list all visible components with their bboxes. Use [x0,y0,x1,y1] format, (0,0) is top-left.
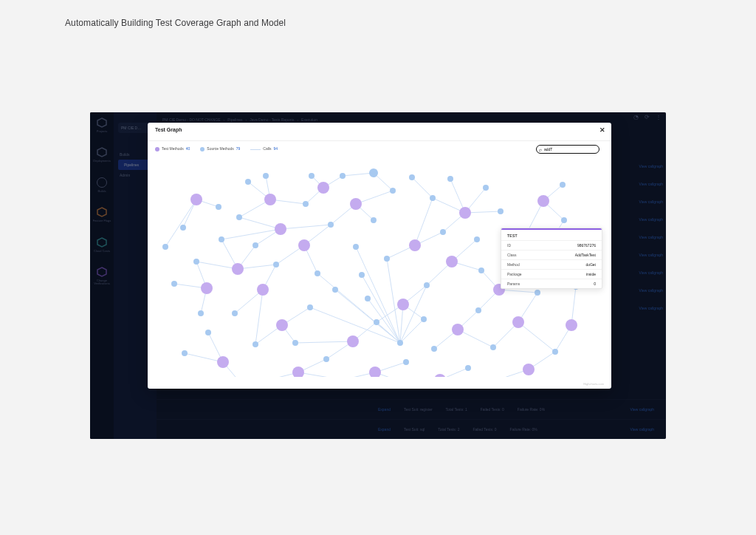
svg-point-150 [347,335,359,347]
svg-point-105 [216,204,221,210]
svg-point-140 [430,195,436,201]
svg-point-142 [447,176,453,182]
legend-source-methods: Source Methods79 [200,146,240,151]
svg-point-147 [424,282,430,288]
svg-point-188 [478,268,484,273]
svg-point-148 [397,299,409,310]
svg-point-138 [440,229,446,235]
svg-line-24 [281,225,331,229]
svg-point-184 [421,316,427,322]
svg-line-42 [255,290,263,344]
test-graph-modal: Test Graph ✕ Test Methods40 Source Metho… [148,123,611,389]
search-input[interactable] [543,146,590,152]
svg-point-180 [353,244,359,250]
svg-point-115 [252,242,258,248]
svg-point-106 [245,179,251,185]
svg-line-68 [295,341,353,343]
chart-watermark: Highcharts.com [583,382,604,386]
svg-point-132 [276,319,288,331]
svg-line-34 [196,262,238,269]
svg-point-156 [369,367,381,377]
legend-test-methods: Test Methods40 [155,146,190,151]
svg-line-5 [362,275,400,343]
svg-point-109 [236,214,242,220]
svg-point-120 [369,168,378,177]
svg-point-125 [273,262,279,268]
svg-point-141 [409,174,415,180]
svg-point-166 [561,217,567,223]
svg-point-185 [198,310,204,316]
graph-legend: Test Methods40 Source Methods79 Calls94 [155,146,278,151]
svg-point-143 [483,185,489,191]
svg-point-119 [340,173,346,179]
search-icon: ⌕ [539,147,542,152]
svg-point-111 [193,259,199,265]
svg-point-104 [180,225,186,231]
svg-point-168 [535,290,540,296]
svg-point-152 [292,367,304,377]
app-screenshot: Projects Deployments Builds Feature Flag… [90,112,666,439]
svg-point-160 [475,307,481,313]
svg-point-116 [275,223,286,235]
svg-point-128 [205,330,211,335]
svg-line-15 [400,319,424,343]
svg-point-112 [171,281,177,287]
svg-line-99 [343,173,374,176]
svg-point-113 [201,282,213,294]
modal-header: Test Graph ✕ [148,123,611,141]
svg-line-7 [400,285,427,343]
svg-point-103 [190,194,202,205]
svg-point-127 [232,310,238,316]
svg-point-134 [332,287,338,293]
svg-point-157 [403,359,409,365]
tooltip-heading: TEST [501,230,602,240]
svg-point-159 [452,324,464,335]
svg-point-121 [390,188,396,194]
svg-point-102 [397,340,403,346]
svg-point-175 [523,364,535,375]
svg-line-12 [356,247,400,343]
svg-point-123 [328,222,334,228]
svg-point-181 [315,270,320,276]
svg-point-176 [552,349,558,355]
svg-line-25 [239,217,281,229]
svg-point-172 [434,374,446,377]
svg-point-126 [257,284,269,296]
svg-point-186 [162,244,168,250]
svg-point-108 [264,194,276,205]
svg-point-118 [317,182,329,194]
svg-point-136 [384,256,390,262]
svg-point-130 [217,356,229,368]
svg-point-131 [252,341,258,347]
svg-point-145 [474,236,480,242]
svg-point-139 [459,207,471,219]
svg-point-137 [409,239,421,251]
svg-point-129 [182,350,188,356]
svg-point-149 [374,319,379,325]
svg-point-187 [309,173,315,179]
legend-calls: Calls94 [250,146,278,151]
svg-point-183 [292,340,298,346]
graph-search[interactable]: ⌕ [536,145,599,154]
svg-line-18 [165,200,196,247]
svg-point-170 [490,344,496,350]
svg-point-144 [498,208,504,214]
svg-line-47 [185,353,223,362]
node-tooltip: TEST ID986767276 ClassAddTaskTest Method… [501,228,602,289]
svg-point-165 [560,182,566,188]
svg-line-77 [458,330,493,347]
svg-point-110 [219,236,224,242]
svg-point-169 [512,316,524,328]
svg-line-6 [387,259,400,343]
svg-line-26 [221,229,281,239]
svg-point-189 [365,296,371,301]
svg-point-146 [446,256,458,268]
svg-line-88 [440,368,468,377]
svg-point-117 [303,201,309,207]
svg-line-98 [412,177,433,198]
svg-point-158 [431,346,437,352]
svg-point-124 [298,239,310,251]
svg-point-107 [263,173,269,179]
svg-line-71 [298,372,343,377]
close-icon[interactable]: ✕ [599,126,605,134]
